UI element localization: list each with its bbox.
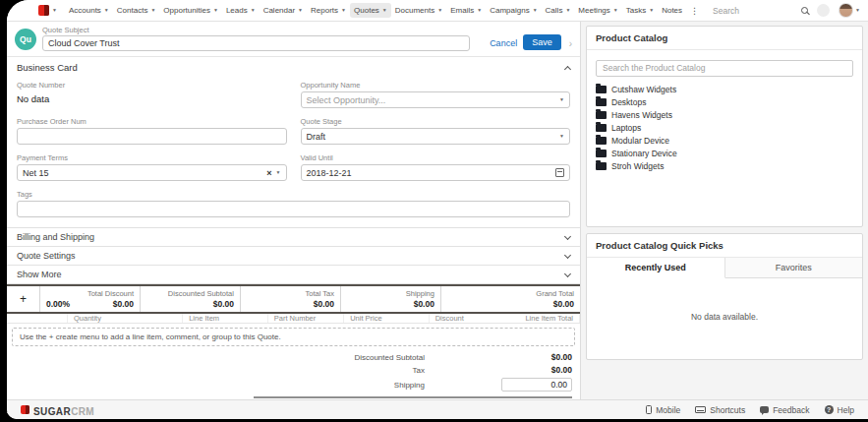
totals-cell: Grand Total $0.00 (441, 286, 580, 312)
collapsed-section-label: Billing and Shipping (17, 232, 94, 242)
quote-stage-field: Quote Stage Draft ▼ (301, 117, 571, 145)
sugarcrm-cube-icon (38, 5, 49, 16)
quote-totals-bar: + Total Discount 0.00% $0.00 Di (7, 284, 580, 314)
global-search-input[interactable] (713, 6, 801, 16)
quote-stage-select[interactable]: Draft ▼ (301, 128, 571, 145)
nav-item[interactable]: Accounts ▼ (65, 3, 113, 18)
quote-header: Qu Quote Subject Cancel Save › (7, 22, 580, 56)
nav-item-label: Emails (450, 6, 474, 15)
purchase-order-field: Purchase Order Num (17, 117, 287, 145)
totals-cell: Discounted Subtotal $0.00 (141, 286, 241, 312)
mobile-link[interactable]: Mobile (646, 405, 680, 415)
chevron-down-icon: ▼ (565, 8, 570, 13)
valid-until-value: 2018-12-21 (307, 168, 552, 178)
sidebar-collapse-toggle[interactable]: › (569, 38, 572, 49)
totals-cell-label: Total Tax (247, 289, 334, 298)
summary-row: Shipping 0.00 0.00 (254, 378, 572, 392)
tags-input[interactable] (23, 205, 564, 214)
nav-item[interactable]: Leads ▼ (222, 3, 260, 18)
chevron-down-icon: ▼ (559, 134, 564, 139)
nav-item[interactable]: Documents ▼ (391, 3, 446, 18)
search-icon[interactable] (801, 7, 808, 14)
totals-discount-percent: 0.00% (46, 299, 70, 309)
nav-item[interactable]: Notes ▼ (658, 3, 682, 18)
purchase-order-input[interactable] (23, 132, 281, 142)
catalog-folder-item[interactable]: Laptops (596, 123, 853, 133)
cancel-button[interactable]: Cancel (490, 38, 517, 48)
chevron-down-icon: ▼ (341, 8, 346, 13)
nav-item[interactable]: Meetings ▼ (574, 3, 621, 18)
totals-cell-value: $0.00 (113, 299, 134, 309)
app-footer: SUGARCRM Mobile Shortcuts Feedback ? Hel… (7, 399, 868, 419)
catalog-folder-item[interactable]: Desktops (596, 97, 853, 107)
app-logo-menu[interactable]: ▼ (36, 5, 63, 16)
clear-icon[interactable]: × (266, 168, 271, 178)
calendar-icon[interactable] (555, 168, 564, 177)
folder-label: Desktops (611, 97, 646, 107)
nav-item[interactable]: Calendar ▼ (260, 3, 307, 18)
chevron-down-icon: ▼ (213, 8, 218, 13)
tags-field: Tags (17, 190, 570, 217)
help-link[interactable]: ? Help (825, 405, 854, 415)
nav-item[interactable]: Emails ▼ (446, 3, 486, 18)
nav-item[interactable]: Tasks ▼ (622, 3, 658, 18)
shipping-input[interactable]: 0.00 (501, 378, 572, 392)
folder-icon (596, 150, 607, 157)
keyboard-icon (695, 406, 706, 413)
column-header: Line Item Total (519, 314, 580, 323)
nav-item-label: Leads (226, 6, 248, 15)
chevron-down-icon: ▼ (613, 8, 618, 13)
column-header: Unit Price (344, 314, 430, 323)
add-line-item-button[interactable]: + (7, 286, 40, 312)
chevron-down-icon[interactable]: ▼ (855, 8, 860, 13)
save-button[interactable]: Save (523, 34, 561, 50)
column-header-label: Line Item Total (525, 314, 573, 323)
catalog-folder-item[interactable]: Modular Device (596, 136, 853, 146)
summary-label: Tax (254, 366, 425, 375)
opportunity-select[interactable]: Select Opportunity... ▼ (301, 91, 571, 108)
user-avatar[interactable] (839, 3, 853, 18)
quick-picks-tab[interactable]: Favorites (725, 258, 863, 277)
collapsed-section-bar[interactable]: Show More (7, 266, 580, 284)
catalog-folder-item[interactable]: Havens Widgets (596, 110, 853, 120)
catalog-folder-item[interactable]: Stroh Widgets (596, 161, 853, 171)
chevron-up-icon[interactable] (564, 65, 571, 72)
quote-number-field: Quote Number No data (17, 81, 287, 108)
nav-item[interactable]: Campaigns ▼ (486, 3, 541, 18)
quick-picks-empty-message: No data available. (587, 278, 862, 359)
chevron-down-icon (564, 232, 571, 239)
shortcuts-link[interactable]: Shortcuts (695, 405, 745, 415)
quick-picks-panel: Product Catalog Quick Picks Recently Use… (586, 233, 863, 360)
folder-icon (596, 86, 607, 93)
quote-subject-input[interactable] (42, 35, 470, 51)
product-catalog-panel: Product Catalog Cutshaw Widgets (586, 26, 863, 227)
feedback-link[interactable]: Feedback (760, 405, 809, 415)
collapsed-section-bar[interactable]: Quote Settings (7, 247, 580, 266)
nav-item[interactable]: Quotes ▼ (350, 3, 391, 18)
nav-overflow-button[interactable]: ⋮ (684, 6, 705, 16)
payment-terms-field: Payment Terms Net 15 × ▼ (17, 153, 287, 181)
folder-icon (596, 98, 607, 106)
valid-until-input-wrap[interactable]: 2018-12-21 (301, 164, 571, 181)
global-search (707, 6, 808, 16)
notification-circle[interactable] (817, 4, 830, 17)
nav-item[interactable]: Contacts ▼ (113, 3, 160, 18)
collapsed-sections: Billing and Shipping Quote Settings Show… (7, 228, 580, 284)
top-navbar: ▼ Accounts ▼ Contacts ▼ Opportunities ▼ (7, 0, 868, 22)
nav-item[interactable]: Calls ▼ (542, 3, 575, 18)
opportunity-name-field: Opportunity Name Select Opportunity... ▼ (301, 81, 571, 108)
nav-item[interactable]: Reports ▼ (307, 3, 350, 18)
summary-row: Discounted Subtotal $0.00 $0.00 (254, 352, 572, 362)
tab-label: Recently Used (625, 263, 686, 272)
quick-picks-tab[interactable]: Recently Used (587, 258, 725, 278)
payment-terms-select[interactable]: Net 15 × ▼ (17, 164, 287, 181)
collapsed-section-bar[interactable]: Billing and Shipping (7, 228, 580, 247)
nav-item[interactable]: Opportunities ▼ (159, 3, 222, 18)
totals-cell-label: Discounted Subtotal (146, 289, 234, 298)
catalog-folder-item[interactable]: Stationary Device (596, 149, 853, 158)
catalog-folder-item[interactable]: Cutshaw Widgets (596, 85, 853, 94)
product-catalog-search-input[interactable] (596, 60, 853, 77)
totals-cell: Total Tax $0.00 (241, 286, 341, 312)
column-header-label: Quantity (74, 314, 101, 323)
tab-label: Favorites (776, 263, 812, 272)
